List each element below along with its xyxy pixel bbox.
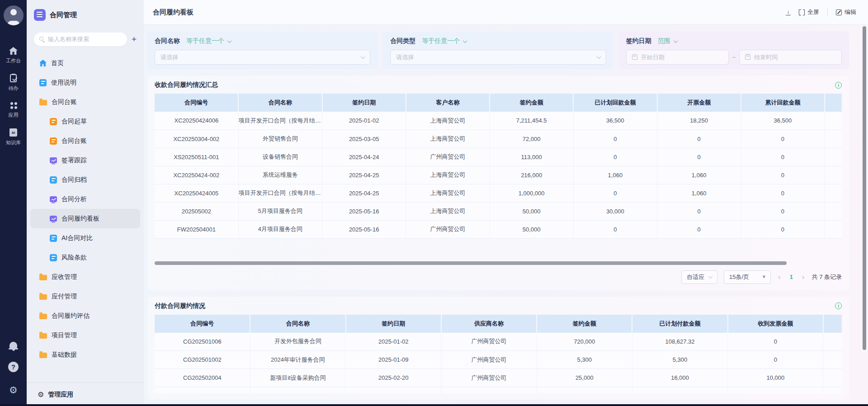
info-icon[interactable]: i: [835, 302, 842, 309]
rail-nav-item[interactable]: AI 知识库: [6, 128, 21, 146]
sidebar-item-label: 合同归档: [61, 176, 87, 184]
page-title: 合同履约看板: [153, 8, 193, 17]
search-input[interactable]: 输入名称来搜索: [34, 33, 127, 46]
end-date-input[interactable]: 结束时间: [739, 50, 842, 65]
sidebar-item-label: 应收管理: [52, 273, 77, 281]
table-row[interactable]: XC20250424006项目开发开口合同（按每月结算付款） 2025-01-0…: [155, 112, 842, 130]
contract-app-icon: [34, 9, 46, 21]
sidebar-menu-item[interactable]: 应收管理: [30, 267, 140, 287]
start-date-input[interactable]: 开始日期: [626, 50, 729, 65]
column-header: 累计回款金额: [741, 94, 825, 112]
filter-operator-dropdown[interactable]: 等于任意一个: [422, 37, 467, 45]
rail-nav-item[interactable]: 工作台: [6, 47, 21, 64]
sidebar-item-label: 合同台账: [52, 98, 77, 106]
total-records: 共 7 条记录: [812, 273, 842, 281]
sidebar-item-label: 合同分析: [61, 195, 87, 203]
sidebar-menu-item[interactable]: 合同履约评估: [30, 306, 140, 326]
add-button[interactable]: +: [132, 35, 137, 44]
home-icon: [39, 60, 47, 66]
doc-blue-icon: [39, 79, 47, 86]
manage-app-button[interactable]: ⚙ 管理应用: [27, 382, 144, 406]
sidebar-menu-item[interactable]: 使用说明: [30, 73, 140, 92]
table-row[interactable]: CG202502004新项目it设备采购合同 2025-02-20广州商贸公司 …: [155, 369, 842, 387]
sidebar-search-row: 输入名称来搜索 +: [34, 33, 137, 46]
sidebar-menu-item[interactable]: 签署跟踪: [30, 151, 140, 170]
contract-name-select[interactable]: 请选择: [155, 50, 370, 65]
table-row-partial: [155, 387, 842, 393]
filter-row: 合同名称 等于任意一个 请选择 合同类型 等于任意一个: [147, 31, 849, 69]
user-avatar[interactable]: [4, 5, 24, 25]
receivable-section: 收款合同履约情况汇总 i 合同编号合同名称签约日期客户名称签约金额已计划回款金额…: [147, 76, 849, 290]
table-row[interactable]: XC20250424005项目开发开口合同（按每月结算付款） 2025-04-2…: [155, 184, 842, 202]
folder-icon: [39, 275, 47, 280]
rail-nav-item[interactable]: 应用: [6, 102, 21, 118]
fullscreen-button[interactable]: 全屏: [799, 8, 819, 16]
divider: [827, 9, 828, 16]
horizontal-scrollbar[interactable]: [155, 261, 787, 265]
vertical-scrollbar[interactable]: [863, 26, 866, 350]
filter-label: 合同名称: [155, 37, 180, 45]
sidebar-menu-item[interactable]: 合同分析: [30, 189, 140, 209]
sidebar-menu-item[interactable]: 基础数据: [30, 345, 140, 364]
table-row[interactable]: CG2025010022024年审计服务合同 2025-01-09广州商贸公司 …: [155, 351, 842, 369]
table-row[interactable]: CG202501006开发外包服务合同 2025-01-02广州商贸公司 720…: [155, 333, 842, 351]
table-row[interactable]: 2025050025月项目服务合同 2025-05-16上海商贸公司 50,00…: [155, 202, 842, 220]
page-size-dropdown[interactable]: 15条/页 ▼: [724, 270, 771, 284]
help-icon[interactable]: ?: [8, 362, 19, 372]
fit-mode-dropdown[interactable]: 自适应: [681, 270, 717, 284]
filter-operator-dropdown[interactable]: 范围: [658, 37, 677, 45]
gear-icon: ⚙: [38, 390, 44, 399]
manage-app-label: 管理应用: [48, 391, 73, 399]
sidebar-header: 合同管理: [27, 0, 144, 21]
sidebar-menu-item[interactable]: 首页: [30, 53, 140, 73]
table-row[interactable]: FW2025040014月项目服务合同 2025-05-16广州商贸公司 50,…: [155, 220, 842, 238]
table-row[interactable]: XS20250511-001设备销售合同 2025-04-24广州商贸公司 11…: [155, 148, 842, 166]
apps-icon: [10, 102, 17, 109]
column-header: 客户名称: [406, 94, 490, 112]
prev-page-button[interactable]: ‹: [777, 273, 782, 281]
filter-sign-date: 签约日期 范围 开始日期 ~ 结束时间: [619, 31, 849, 69]
column-header: 开票金额: [657, 94, 741, 112]
contract-type-select[interactable]: 请选择: [390, 50, 606, 65]
folder-icon: [39, 314, 47, 319]
folder-icon: [39, 294, 47, 300]
chart-icon: [50, 196, 57, 202]
range-separator: ~: [732, 54, 736, 61]
sidebar-menu-item[interactable]: 项目管理: [30, 326, 140, 345]
bell-icon[interactable]: [9, 342, 17, 348]
sidebar-menu-item[interactable]: 风险条款: [30, 248, 140, 267]
column-header: 供应商名称: [441, 315, 537, 333]
table-row[interactable]: XC20250304-002外贸销售合同 2025-03-05上海商贸公司 72…: [155, 130, 842, 148]
edit-button[interactable]: 编辑: [836, 8, 856, 16]
rail-nav-item[interactable]: 待办: [6, 74, 21, 92]
sidebar-item-label: 使用说明: [51, 79, 76, 87]
column-header: 合同名称: [250, 315, 345, 333]
sidebar-menu-item[interactable]: 合同台账: [30, 131, 140, 151]
settings-gear-icon[interactable]: ⚙: [9, 386, 18, 395]
folder-icon: [39, 333, 47, 339]
filter-operator-dropdown[interactable]: 等于任意一个: [186, 37, 231, 45]
info-icon[interactable]: i: [835, 82, 842, 89]
column-header: 合同编号: [155, 94, 238, 112]
column-header: 签约金额: [537, 315, 632, 333]
sidebar-menu-item[interactable]: 合同起草: [30, 112, 140, 131]
download-button[interactable]: ↓: [786, 9, 791, 16]
receivable-table-body: XC20250424006项目开发开口合同（按每月结算付款） 2025-01-0…: [155, 112, 842, 238]
table-row[interactable]: XC20250424-002系统运维服务 2025-04-25上海商贸公司 21…: [155, 166, 842, 184]
sidebar-item-label: 合同履约看板: [61, 215, 99, 223]
chevron-down-icon: [673, 38, 678, 43]
calendar-icon: [632, 55, 637, 60]
current-page[interactable]: 1: [788, 274, 795, 280]
sidebar-menu-item[interactable]: 合同履约看板: [30, 209, 140, 228]
sidebar-menu-item[interactable]: 合同归档: [30, 170, 140, 189]
sidebar-menu-item[interactable]: AI合同对比: [30, 228, 140, 248]
next-page-button[interactable]: ›: [801, 273, 806, 281]
chart-icon: [50, 216, 57, 222]
column-header: 签约金额: [490, 94, 573, 112]
rail-item-label: 待办: [9, 85, 19, 92]
search-placeholder: 输入名称来搜索: [48, 35, 89, 43]
chevron-down-icon: [463, 38, 467, 43]
column-header: 已计划付款金额: [632, 315, 727, 333]
sidebar-menu-item[interactable]: 应付管理: [30, 287, 140, 306]
sidebar-menu-item[interactable]: 合同台账: [30, 92, 140, 112]
